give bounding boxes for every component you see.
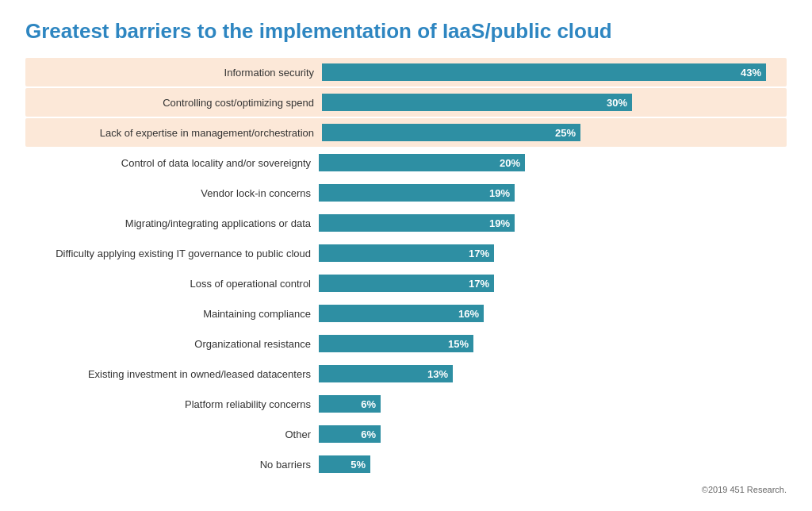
bar-label-text: Information security xyxy=(29,67,322,79)
chart-title: Greatest barriers to the implementation … xyxy=(25,19,787,44)
bar-value: 43% xyxy=(741,67,766,79)
bar-area: 6% xyxy=(319,425,787,443)
bar: 13% xyxy=(319,365,453,382)
bar-area: 6% xyxy=(319,395,787,413)
bar: 19% xyxy=(319,214,515,232)
bar: 30% xyxy=(322,94,632,111)
chart-row: Migrating/integrating applications or da… xyxy=(25,209,787,237)
chart-row: Loss of operational control17% xyxy=(25,269,787,298)
bar: 20% xyxy=(319,154,525,171)
bar-area: 20% xyxy=(319,154,787,171)
bar-value: 15% xyxy=(448,338,473,350)
chart-row: Existing investment in owned/leased data… xyxy=(25,359,787,388)
bar-area: 19% xyxy=(319,184,787,202)
footer-credit: ©2019 451 Research. xyxy=(25,485,787,494)
bar-value: 13% xyxy=(427,368,453,380)
bar-label-text: Organizational resistance xyxy=(25,338,319,350)
bar: 5% xyxy=(319,455,370,473)
chart-row: Vendor lock-in concerns19% xyxy=(25,179,787,207)
chart-row: Controlling cost/optimizing spend30% xyxy=(25,88,787,117)
chart-row: No barriers5% xyxy=(25,450,787,478)
bar: 16% xyxy=(319,305,484,322)
bar-label-text: Controlling cost/optimizing spend xyxy=(29,97,322,109)
bar-label-text: Difficulty applying existing IT governan… xyxy=(25,248,319,259)
bar-area: 19% xyxy=(319,214,787,232)
bar: 6% xyxy=(319,425,381,443)
bar-area: 5% xyxy=(319,455,787,473)
bar-area: 15% xyxy=(319,335,787,352)
chart-row: Platform reliability concerns6% xyxy=(25,390,787,418)
bar-area: 25% xyxy=(322,124,783,141)
bar-value: 17% xyxy=(469,248,494,259)
bar-label-text: Existing investment in owned/leased data… xyxy=(25,368,319,380)
bar-label-text: Loss of operational control xyxy=(25,278,319,290)
bar: 25% xyxy=(322,124,580,141)
bar-area: 17% xyxy=(319,244,787,262)
bar-value: 17% xyxy=(469,278,494,290)
bar: 43% xyxy=(322,63,766,81)
bar-area: 30% xyxy=(322,94,783,111)
bar-label-text: Other xyxy=(25,428,319,440)
bar-value: 5% xyxy=(350,459,370,471)
bar-label-text: Migrating/integrating applications or da… xyxy=(25,217,319,229)
chart-row: Difficulty applying existing IT governan… xyxy=(25,239,787,267)
bar: 15% xyxy=(319,335,473,352)
bar: 6% xyxy=(319,395,381,413)
bar-label-text: Maintaining compliance xyxy=(25,308,319,320)
bar: 19% xyxy=(319,184,515,202)
bar-label-text: Vendor lock-in concerns xyxy=(25,187,319,199)
bar-value: 20% xyxy=(500,157,525,169)
bar-label-text: No barriers xyxy=(25,459,319,471)
bar-area: 13% xyxy=(319,365,787,382)
chart-row: Control of data locality and/or sovereig… xyxy=(25,148,787,177)
bar-value: 19% xyxy=(489,187,515,199)
bar-label-text: Control of data locality and/or sovereig… xyxy=(25,157,319,169)
bar-value: 16% xyxy=(458,308,484,320)
bar-value: 6% xyxy=(361,398,381,410)
chart-row: Lack of expertise in management/orchestr… xyxy=(25,118,787,147)
chart-row: Organizational resistance15% xyxy=(25,329,787,358)
chart-row: Maintaining compliance16% xyxy=(25,299,787,328)
chart-container: Information security43%Controlling cost/… xyxy=(25,58,787,480)
bar-value: 25% xyxy=(555,127,580,139)
bar-value: 6% xyxy=(361,428,381,440)
bar: 17% xyxy=(319,275,494,292)
bar: 17% xyxy=(319,244,494,262)
bar-label-text: Platform reliability concerns xyxy=(25,398,319,410)
bar-area: 43% xyxy=(322,63,783,81)
bar-value: 30% xyxy=(607,97,632,109)
chart-row: Other6% xyxy=(25,420,787,448)
bar-label-text: Lack of expertise in management/orchestr… xyxy=(29,127,322,139)
chart-row: Information security43% xyxy=(25,58,787,86)
bar-area: 16% xyxy=(319,305,787,322)
bar-value: 19% xyxy=(489,217,515,229)
bar-area: 17% xyxy=(319,275,787,292)
